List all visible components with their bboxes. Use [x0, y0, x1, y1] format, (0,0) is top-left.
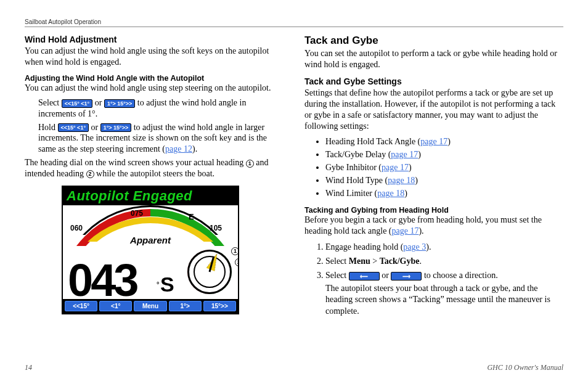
dial-tick-105: 105 — [210, 224, 222, 232]
softkey-step-right-15[interactable]: 15°>> — [203, 301, 236, 311]
softkey-step-left-1[interactable]: <1° — [99, 301, 132, 311]
softkey-right-1-15[interactable]: 1°> 15°>> — [104, 99, 135, 108]
list-item: Gybe Inhibitor (page 17) — [325, 161, 563, 174]
link-page-18[interactable]: page 18 — [377, 189, 404, 198]
dial-tick-060: 060 — [70, 224, 83, 232]
link-page-17[interactable]: page 17 — [420, 137, 447, 146]
list-item: Wind Hold Type (page 18) — [325, 174, 563, 187]
left-column: Wind Hold Adjustment You can adjust the … — [25, 32, 284, 321]
softkey-direction-right[interactable]: ⟶ — [391, 272, 422, 281]
heading-tack-from-heading-hold: Tacking and Gybing from Heading Hold — [304, 206, 563, 215]
wind-side-suffix: S — [160, 272, 174, 297]
heading-tack-and-gybe: Tack and Gybe — [304, 35, 563, 47]
para-step-steering: You can adjust the wind hold angle using… — [25, 83, 284, 94]
heading-tack-gybe-settings: Tack and Gybe Settings — [304, 76, 563, 86]
para-before-tack: Before you begin a tack or gybe from hea… — [304, 215, 563, 237]
menu-path-tack-gybe: Tack/Gybe — [380, 256, 420, 266]
link-page-18[interactable]: page 18 — [388, 176, 415, 185]
softkey-left-15-1[interactable]: <<15° <1° — [62, 99, 92, 108]
para-heading-dial: The heading dial on the wind screen show… — [25, 157, 284, 179]
softkey-left-15-1[interactable]: <<15° <1° — [58, 123, 89, 132]
list-item: Select Menu > Tack/Gybe. — [325, 255, 563, 268]
heading-adjust-angle: Adjusting the Wind Hold Angle with the A… — [25, 74, 284, 83]
dial-tick-e: E — [189, 212, 194, 221]
callout-2-icon: 2 — [86, 170, 94, 178]
settings-bullet-list: Heading Hold Tack Angle (page 17) Tack/G… — [304, 135, 563, 200]
dial-tick-075: 075 — [131, 209, 143, 218]
wind-angle-value: 043 — [68, 254, 136, 299]
link-page-12[interactable]: page 12 — [165, 144, 192, 154]
steps-list: Engage heading hold (page 3). Select Men… — [304, 240, 563, 317]
heading-wind-hold-adjustment: Wind Hold Adjustment — [25, 35, 284, 44]
callout-1-icon: 1 — [246, 160, 254, 168]
link-page-17[interactable]: page 17 — [392, 226, 419, 236]
link-page-3[interactable]: page 3 — [403, 242, 426, 252]
list-item: Select ⟵ or ⟶ to choose a direction. The… — [325, 269, 563, 317]
link-page-17[interactable]: page 17 — [382, 163, 409, 172]
list-item: Heading Hold Tack Angle (page 17) — [325, 135, 563, 148]
autopilot-screenshot: Autopilot Engaged 060 075 E 105 Apparent… — [62, 186, 239, 314]
autopilot-banner: Autopilot Engaged — [63, 187, 238, 205]
callout-1-icon: 1 — [231, 247, 238, 255]
para-hold-increments: Hold <<15° <1° or 1°> 15°>> to adjust th… — [38, 122, 284, 155]
link-page-17[interactable]: page 17 — [391, 150, 418, 159]
para-select-increments: Select <<15° <1° or 1°> 15°>> to adjust … — [38, 97, 284, 120]
para-tack-intro: You can set the autopilot to perform a t… — [304, 48, 563, 70]
para-wind-hold-intro: You can adjust the wind hold angle using… — [25, 46, 284, 68]
para-autopilot-steers: The autopilot steers your boat through a… — [325, 283, 563, 317]
page-number: 14 — [25, 363, 32, 372]
softkey-menu[interactable]: Menu — [134, 301, 166, 311]
para-tack-gybe-settings: Settings that define how the autopilot p… — [304, 88, 563, 132]
degree-symbol: ° — [157, 281, 159, 288]
softkey-step-right-1[interactable]: 1°> — [169, 301, 202, 311]
autopilot-softkey-bar: <<15° <1° Menu 1°> 15°>> — [63, 299, 238, 313]
softkey-direction-left[interactable]: ⟵ — [349, 272, 380, 281]
apparent-label: Apparent — [130, 235, 171, 245]
softkey-step-left-15[interactable]: <<15° — [65, 301, 97, 311]
softkey-right-1-15[interactable]: 1°> 15°>> — [100, 123, 131, 132]
running-head: Sailboat Autopilot Operation — [25, 18, 563, 27]
callout-2-icon: 2 — [235, 258, 238, 266]
right-column: Tack and Gybe You can set the autopilot … — [304, 32, 563, 321]
manual-title: GHC 10 Owner's Manual — [487, 363, 563, 372]
list-item: Wind Limiter (page 18) — [325, 187, 563, 200]
list-item: Engage heading hold (page 3). — [325, 240, 563, 253]
heading-dial: 1 2 — [187, 250, 232, 294]
menu-path-menu: Menu — [349, 256, 370, 266]
list-item: Tack/Gybe Delay (page 17) — [325, 148, 563, 161]
